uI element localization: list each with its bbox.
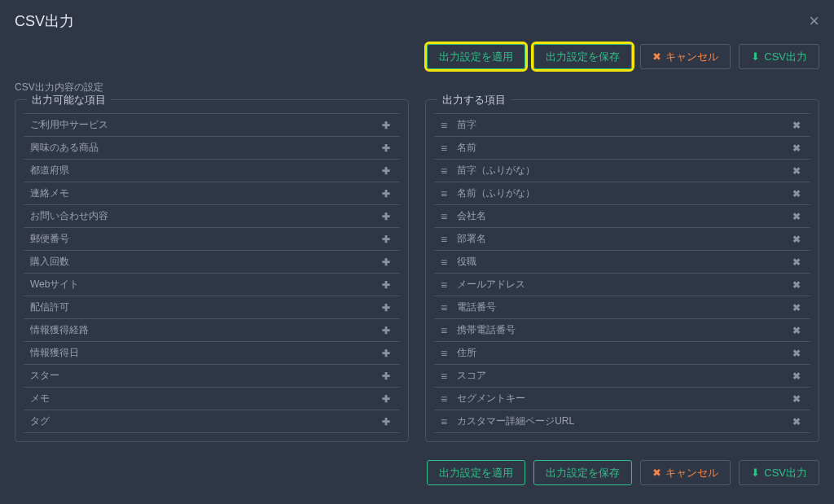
apply-settings-button-bottom[interactable]: 出力設定を適用 (427, 460, 525, 485)
drag-handle-icon[interactable]: ≡ (441, 233, 446, 246)
drag-handle-icon[interactable]: ≡ (441, 119, 446, 132)
plus-icon[interactable]: ✚ (379, 142, 393, 154)
save-settings-button[interactable]: 出力設定を保存 (533, 44, 632, 69)
plus-icon[interactable]: ✚ (379, 325, 393, 336)
selected-item[interactable]: ≡苗字✖ (434, 113, 810, 137)
available-item[interactable]: 購入回数✚ (24, 251, 400, 274)
item-label: 郵便番号 (30, 232, 379, 246)
item-label: 名前（ふりがな） (457, 186, 789, 200)
selected-item[interactable]: ≡電話番号✖ (434, 296, 810, 319)
selected-item[interactable]: ≡役職✖ (434, 251, 810, 274)
selected-item[interactable]: ≡携帯電話番号✖ (434, 319, 810, 342)
plus-icon[interactable]: ✚ (379, 416, 393, 427)
selected-fields-panel: 出力する項目 ≡苗字✖≡名前✖≡苗字（ふりがな）✖≡名前（ふりがな）✖≡会社名✖… (425, 99, 819, 442)
available-item[interactable]: タグ✚ (24, 410, 400, 433)
selected-item[interactable]: ≡セグメントキー✖ (434, 388, 810, 410)
selected-item[interactable]: ≡住所✖ (434, 342, 810, 365)
selected-item[interactable]: ≡会社名✖ (434, 205, 810, 228)
bottom-action-bar: 出力設定を適用 出力設定を保存 ✖キャンセル ⬇CSV出力 (0, 442, 834, 485)
selected-item[interactable]: ≡メールアドレス✖ (434, 274, 810, 296)
plus-icon[interactable]: ✚ (379, 165, 393, 177)
csv-export-button-bottom[interactable]: ⬇CSV出力 (739, 460, 819, 485)
item-label: セグメントキー (457, 392, 789, 405)
remove-icon[interactable]: ✖ (789, 279, 804, 291)
remove-icon[interactable]: ✖ (789, 325, 804, 336)
available-fields-panel: 出力可能な項目 ご利用中サービス✚興味のある商品✚都道府県✚連絡メモ✚お問い合わ… (15, 99, 409, 442)
selected-legend: 出力する項目 (437, 93, 511, 107)
remove-icon[interactable]: ✖ (789, 416, 804, 427)
drag-handle-icon[interactable]: ≡ (441, 142, 446, 155)
item-label: メモ (30, 392, 379, 405)
modal-title: CSV出力 (15, 11, 74, 31)
available-item[interactable]: ご利用中サービス✚ (24, 113, 400, 137)
item-label: カスタマー詳細ページURL (457, 414, 789, 428)
available-item[interactable]: 情報獲得経路✚ (24, 319, 400, 342)
item-label: 携帯電話番号 (457, 323, 789, 337)
available-item[interactable]: 情報獲得日✚ (24, 342, 400, 365)
selected-item[interactable]: ≡スコア✖ (434, 365, 810, 388)
cancel-icon: ✖ (652, 51, 661, 62)
drag-handle-icon[interactable]: ≡ (441, 301, 446, 314)
drag-handle-icon[interactable]: ≡ (441, 256, 446, 269)
section-label: CSV出力内容の設定 (0, 77, 834, 99)
item-label: 役職 (457, 255, 789, 269)
remove-icon[interactable]: ✖ (789, 370, 804, 382)
plus-icon[interactable]: ✚ (379, 120, 393, 131)
drag-handle-icon[interactable]: ≡ (441, 210, 446, 223)
drag-handle-icon[interactable]: ≡ (441, 164, 446, 177)
apply-settings-button[interactable]: 出力設定を適用 (427, 44, 525, 69)
modal-header: CSV出力 × (0, 0, 834, 39)
plus-icon[interactable]: ✚ (379, 370, 393, 382)
plus-icon[interactable]: ✚ (379, 256, 393, 268)
remove-icon[interactable]: ✖ (789, 302, 804, 313)
plus-icon[interactable]: ✚ (379, 234, 393, 245)
available-item[interactable]: 都道府県✚ (24, 160, 400, 182)
available-item[interactable]: スター✚ (24, 365, 400, 388)
drag-handle-icon[interactable]: ≡ (441, 278, 446, 291)
remove-icon[interactable]: ✖ (789, 142, 804, 154)
close-icon[interactable]: × (809, 12, 819, 30)
drag-handle-icon[interactable]: ≡ (441, 347, 446, 360)
cancel-button-bottom[interactable]: ✖キャンセル (640, 460, 731, 485)
available-item[interactable]: 連絡メモ✚ (24, 182, 400, 205)
plus-icon[interactable]: ✚ (379, 279, 393, 291)
available-item[interactable]: Webサイト✚ (24, 274, 400, 296)
drag-handle-icon[interactable]: ≡ (441, 415, 446, 428)
item-label: 部署名 (457, 232, 789, 246)
selected-item[interactable]: ≡名前（ふりがな）✖ (434, 182, 810, 205)
available-item[interactable]: メモ✚ (24, 388, 400, 410)
plus-icon[interactable]: ✚ (379, 393, 393, 405)
remove-icon[interactable]: ✖ (789, 188, 804, 199)
drag-handle-icon[interactable]: ≡ (441, 324, 446, 337)
available-item[interactable]: 郵便番号✚ (24, 228, 400, 251)
available-item[interactable]: 興味のある商品✚ (24, 137, 400, 160)
item-label: 苗字（ふりがな） (457, 164, 789, 177)
plus-icon[interactable]: ✚ (379, 302, 393, 313)
item-label: タグ (30, 414, 379, 428)
drag-handle-icon[interactable]: ≡ (441, 370, 446, 383)
available-item[interactable]: 配信許可✚ (24, 296, 400, 319)
remove-icon[interactable]: ✖ (789, 256, 804, 268)
plus-icon[interactable]: ✚ (379, 348, 393, 359)
save-settings-button-bottom[interactable]: 出力設定を保存 (533, 460, 632, 485)
plus-icon[interactable]: ✚ (379, 188, 393, 199)
selected-item[interactable]: ≡カスタマー詳細ページURL✖ (434, 410, 810, 433)
cancel-button[interactable]: ✖キャンセル (640, 44, 731, 69)
remove-icon[interactable]: ✖ (789, 348, 804, 359)
item-label: スコア (457, 369, 789, 383)
drag-handle-icon[interactable]: ≡ (441, 187, 446, 200)
remove-icon[interactable]: ✖ (789, 234, 804, 245)
remove-icon[interactable]: ✖ (789, 393, 804, 405)
remove-icon[interactable]: ✖ (789, 211, 804, 222)
drag-handle-icon[interactable]: ≡ (441, 392, 446, 405)
csv-export-button[interactable]: ⬇CSV出力 (739, 44, 819, 69)
item-label: ご利用中サービス (30, 118, 379, 132)
selected-item[interactable]: ≡名前✖ (434, 137, 810, 160)
download-icon: ⬇ (751, 51, 760, 62)
selected-item[interactable]: ≡部署名✖ (434, 228, 810, 251)
remove-icon[interactable]: ✖ (789, 165, 804, 177)
available-item[interactable]: お問い合わせ内容✚ (24, 205, 400, 228)
plus-icon[interactable]: ✚ (379, 211, 393, 222)
remove-icon[interactable]: ✖ (789, 120, 804, 131)
selected-item[interactable]: ≡苗字（ふりがな）✖ (434, 160, 810, 182)
